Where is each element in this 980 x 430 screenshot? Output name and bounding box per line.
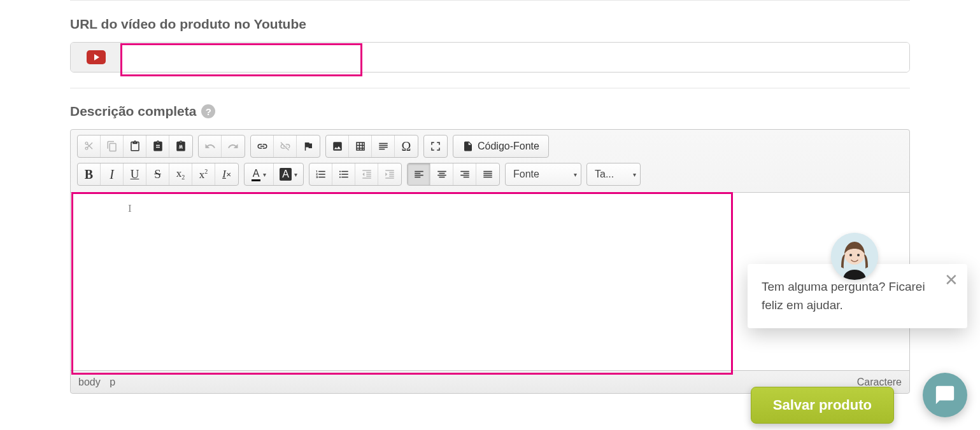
- link-button[interactable]: [251, 135, 274, 157]
- help-icon[interactable]: ?: [201, 104, 215, 118]
- underline-button[interactable]: U: [124, 163, 146, 185]
- toolbar-row-2: B I U S x2 x2 I✕ A▾ A▾: [71, 160, 909, 192]
- font-family-label: Fonte: [513, 169, 539, 180]
- chat-launcher-button[interactable]: [923, 373, 967, 417]
- list-group: [309, 163, 402, 186]
- chat-prompt-text: Tem alguma pergunta? Ficarei feliz em aj…: [762, 280, 925, 312]
- anchor-button[interactable]: [297, 135, 320, 157]
- color-group: A▾ A▾: [244, 163, 304, 186]
- svg-point-2: [849, 254, 852, 256]
- save-product-button[interactable]: Salvar produto: [751, 387, 894, 424]
- youtube-icon: [87, 50, 106, 64]
- maximize-group: [423, 135, 448, 158]
- indent-button[interactable]: [378, 163, 401, 185]
- youtube-url-label: URL do vídeo do produto no Youtube: [70, 17, 910, 32]
- align-group: [407, 163, 500, 186]
- font-size-combo[interactable]: Ta... ▾: [586, 163, 641, 186]
- undo-button[interactable]: [199, 135, 222, 157]
- svg-point-3: [857, 254, 860, 256]
- bg-color-button[interactable]: A▾: [274, 163, 303, 185]
- font-size-label: Ta...: [595, 169, 614, 180]
- numbered-list-button[interactable]: [309, 163, 332, 185]
- align-left-button[interactable]: [408, 163, 430, 185]
- toolbar-row-1: Ω Código-Fonte: [71, 130, 909, 160]
- text-cursor-icon: I: [128, 202, 132, 215]
- strike-button[interactable]: S: [146, 163, 169, 185]
- hr-button[interactable]: [372, 135, 395, 157]
- path-body[interactable]: body: [78, 377, 101, 387]
- table-button[interactable]: [349, 135, 372, 157]
- source-button-label: Código-Fonte: [478, 141, 539, 152]
- redo-button[interactable]: [222, 135, 245, 157]
- maximize-button[interactable]: [424, 135, 447, 157]
- clipboard-group: [77, 135, 193, 158]
- text-color-button[interactable]: A▾: [245, 163, 274, 185]
- paste-word-button[interactable]: [169, 135, 192, 157]
- image-button[interactable]: [326, 135, 349, 157]
- outdent-button[interactable]: [355, 163, 378, 185]
- align-justify-button[interactable]: [476, 163, 499, 185]
- unlink-button[interactable]: [274, 135, 297, 157]
- insert-group: Ω: [325, 135, 418, 158]
- chat-avatar: [831, 233, 878, 280]
- youtube-url-input[interactable]: [122, 43, 909, 72]
- char-count-label: Caractere: [857, 377, 902, 388]
- element-path[interactable]: body p: [78, 377, 122, 388]
- rich-text-editor: Ω Código-Fonte B I U S x2 x2 I✕: [70, 129, 910, 394]
- italic-button[interactable]: I: [101, 163, 124, 185]
- format-group: B I U S x2 x2 I✕: [77, 163, 239, 186]
- undo-group: [198, 135, 245, 158]
- align-right-button[interactable]: [453, 163, 476, 185]
- youtube-icon-addon: [71, 43, 122, 72]
- source-button[interactable]: Código-Fonte: [453, 135, 548, 157]
- chat-close-button[interactable]: ✕: [944, 272, 958, 288]
- path-p[interactable]: p: [110, 377, 115, 387]
- description-label-row: Descrição completa ?: [70, 104, 910, 119]
- section-divider: [70, 88, 910, 88]
- cut-button[interactable]: [78, 135, 101, 157]
- source-group: Código-Fonte: [453, 135, 549, 158]
- copy-button[interactable]: [101, 135, 124, 157]
- youtube-url-group: [70, 42, 910, 73]
- description-label: Descrição completa: [70, 104, 196, 119]
- special-char-button[interactable]: Ω: [395, 135, 418, 157]
- link-group: [250, 135, 320, 158]
- bold-button[interactable]: B: [78, 163, 101, 185]
- font-family-combo[interactable]: Fonte ▾: [505, 163, 581, 186]
- superscript-button[interactable]: x2: [192, 163, 215, 185]
- bullet-list-button[interactable]: [332, 163, 355, 185]
- clear-format-button[interactable]: I✕: [215, 163, 238, 185]
- paste-button[interactable]: [124, 135, 146, 157]
- subscript-button[interactable]: x2: [169, 163, 192, 185]
- align-center-button[interactable]: [430, 163, 453, 185]
- paste-text-button[interactable]: [146, 135, 169, 157]
